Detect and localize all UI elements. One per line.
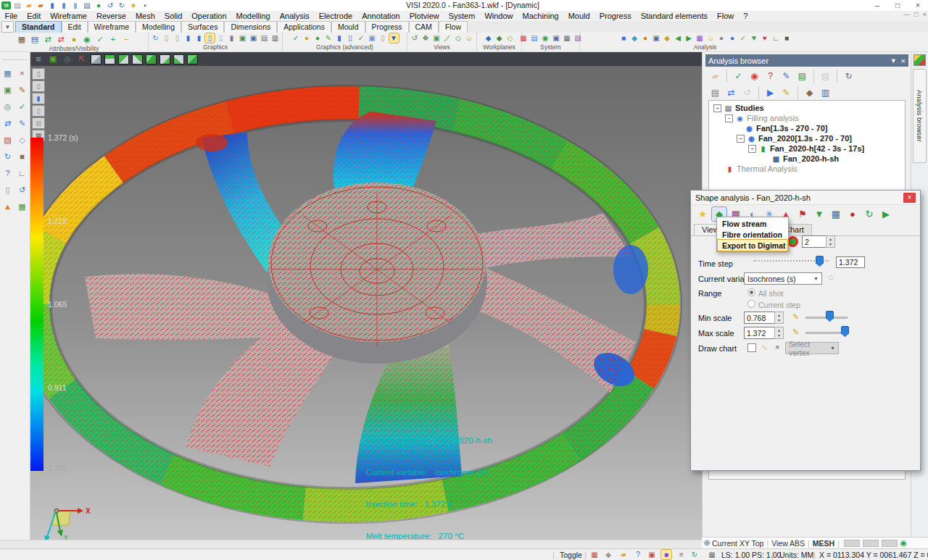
tab-standard[interactable]: Standard xyxy=(15,21,62,33)
refresh-analysis-icon[interactable]: ▤ xyxy=(795,70,809,83)
shield-shading-icon[interactable]: ▼ xyxy=(389,33,399,43)
traffic-light-icon[interactable]: ● xyxy=(68,33,80,45)
analysis-dark-cube-icon[interactable]: ■ xyxy=(782,33,792,43)
viewport-menu-icon[interactable]: ≡ xyxy=(33,54,44,65)
analysis-browser-header[interactable]: Analysis browser ▼ × xyxy=(705,54,908,67)
menu-standard-elements[interactable]: Standard elements xyxy=(636,12,712,20)
wireframe-cylinder-icon[interactable]: ▯ xyxy=(162,33,171,43)
menu-edit[interactable]: Edit xyxy=(22,12,46,20)
tree-item-fan[interactable]: ◉ Fan[1.3s - 270 - 70] xyxy=(709,123,905,133)
shaded-edges-cylinder-icon[interactable]: ▮ xyxy=(194,33,204,43)
undo-study-icon[interactable]: ↺ xyxy=(740,86,754,99)
run-analysis-icon[interactable]: ▶ xyxy=(763,86,777,99)
selection-filter-icon[interactable]: ▦ xyxy=(2,67,14,79)
min-scale-auto-wand-icon[interactable]: ✎ xyxy=(792,312,799,322)
filter-green-icon[interactable]: ✓ xyxy=(94,33,106,45)
advanced-traffic-icon[interactable]: ● xyxy=(302,33,312,43)
shaded-cylinder-icon[interactable]: ▮ xyxy=(183,33,193,43)
close-button[interactable]: × xyxy=(908,0,928,10)
dialog-close-button[interactable]: × xyxy=(903,193,916,203)
hide-red-arrow-icon[interactable]: ⇄ xyxy=(55,33,67,45)
pick-vertex-wand-icon[interactable]: ✎ xyxy=(761,343,768,353)
maximize-button[interactable]: □ xyxy=(887,0,908,10)
view-cube-iso1-icon[interactable] xyxy=(146,54,157,64)
system-colors-icon[interactable]: ▦ xyxy=(519,33,529,43)
advanced-cylinder2-icon[interactable]: ▯ xyxy=(346,33,355,43)
min-scale-spinner[interactable]: ▲▼ xyxy=(774,312,784,324)
analysis-sphere-icon[interactable]: ● xyxy=(641,33,650,43)
transparent-cylinder-icon[interactable]: ▯ xyxy=(216,33,225,43)
analysis-measure-icon[interactable]: ∟ xyxy=(771,33,781,43)
material-icon[interactable]: ◆ xyxy=(803,86,816,99)
expander-icon[interactable]: − xyxy=(725,114,733,122)
min-scale-slider-thumb[interactable] xyxy=(826,311,834,322)
menu-window[interactable]: Window xyxy=(480,12,518,20)
paste-graphics-icon[interactable]: ▣ xyxy=(249,33,258,43)
analysis-ellipse-icon[interactable]: ● xyxy=(728,33,737,43)
menu-solid[interactable]: Solid xyxy=(160,12,186,20)
advanced-show-icon[interactable]: ✓ xyxy=(291,33,301,43)
workplane-set-icon[interactable]: ◆ xyxy=(494,33,504,43)
open-analysis-icon[interactable]: ▰ xyxy=(708,70,722,83)
plane-tool-icon[interactable]: ◇ xyxy=(17,134,28,146)
tab-applications[interactable]: Applications xyxy=(277,21,331,33)
undo-icon[interactable]: ↺ xyxy=(105,1,115,10)
system-image-icon[interactable]: ▤ xyxy=(530,33,539,43)
query-result-icon[interactable]: ? xyxy=(763,70,777,83)
active-shading-cylinder-icon[interactable]: ▯ xyxy=(205,33,215,43)
open-file-icon[interactable]: ▰ xyxy=(24,1,34,10)
advanced-green-light-icon[interactable]: ● xyxy=(313,33,323,43)
copy-graphics-icon[interactable]: ▣ xyxy=(238,33,247,43)
menu-plotview[interactable]: Plotview xyxy=(405,12,444,20)
report-icon[interactable]: ▤ xyxy=(819,70,832,83)
view-frame-icon[interactable]: ▣ xyxy=(432,33,442,43)
preview-icon[interactable]: ▥ xyxy=(819,86,832,99)
analysis-pick-icon[interactable]: ◆ xyxy=(663,33,672,43)
menu-progress[interactable]: Progress xyxy=(594,12,636,20)
tab-mould[interactable]: Mould xyxy=(331,21,365,33)
analysis-cube-icon[interactable]: ■ xyxy=(619,33,629,43)
menu-item-fibre-orientation[interactable]: Fibre orientation xyxy=(718,229,787,240)
delete-item-icon[interactable]: ▯ xyxy=(2,184,14,196)
expander-icon[interactable]: − xyxy=(713,104,721,112)
favorite-variable-icon[interactable]: ☆ xyxy=(827,272,835,283)
range-current-step-radio[interactable] xyxy=(747,300,755,308)
tab-progress[interactable]: Progress xyxy=(365,21,409,33)
view-line-icon[interactable]: ／ xyxy=(443,33,452,43)
frame-count-spinner[interactable]: ▲▼ xyxy=(826,235,835,248)
flag-icon[interactable]: ⚑ xyxy=(795,207,810,221)
range-all-shot-label[interactable]: All shot xyxy=(758,289,783,298)
query-help-icon[interactable]: ? xyxy=(2,167,14,179)
menu-flow[interactable]: Flow xyxy=(713,12,739,20)
max-scale-spinner[interactable]: ▲▼ xyxy=(774,327,784,339)
range-current-step-label[interactable]: Current step xyxy=(758,301,800,309)
advanced-box-icon[interactable]: ▣ xyxy=(368,33,377,43)
play-record-button[interactable] xyxy=(787,236,798,247)
tree-item-studies[interactable]: − ▤ Studies xyxy=(709,103,905,113)
validate-analysis-icon[interactable]: ✓ xyxy=(732,70,745,83)
view-cube-front-icon[interactable] xyxy=(118,54,129,64)
view-rotate-icon[interactable]: ↺ xyxy=(410,33,420,43)
show-green-arrow-icon[interactable]: ⇄ xyxy=(42,33,54,45)
measure-axes-icon[interactable]: ⇄ xyxy=(2,117,14,129)
remove-attribute-icon[interactable]: − xyxy=(120,33,132,45)
axis-orientation-icon[interactable]: ⇱ xyxy=(76,54,88,65)
view-cube-shaded-icon[interactable] xyxy=(187,54,198,64)
sketch-icon[interactable]: ✎ xyxy=(17,84,28,96)
analysis-browser-side-tab[interactable]: Analysis browser xyxy=(913,69,927,163)
analysis-monitor-icon[interactable]: ▣ xyxy=(652,33,661,43)
open-settings-icon[interactable]: ▰ xyxy=(618,550,629,559)
menu-reverse[interactable]: Reverse xyxy=(91,12,130,20)
system-grid-icon[interactable]: ▦ xyxy=(563,33,572,43)
current-workplane-status[interactable]: Current XY Top xyxy=(712,539,763,548)
print-icon[interactable]: ▤ xyxy=(82,1,92,10)
workplane-status-icon[interactable]: ▣ xyxy=(647,550,657,559)
view-iso-icon[interactable]: ◇ xyxy=(454,33,463,43)
merge-study-icon[interactable]: ⇄ xyxy=(724,86,738,99)
attributes-photo-icon[interactable]: ▤ xyxy=(29,33,41,45)
image-export-icon[interactable]: ▦ xyxy=(17,201,28,212)
clear-vertex-icon[interactable]: × xyxy=(775,343,779,351)
paint-attributes-icon[interactable]: ▨ xyxy=(2,134,14,146)
pin-icon[interactable]: ▼ xyxy=(890,57,897,64)
max-scale-auto-wand-icon[interactable]: ✎ xyxy=(792,327,799,337)
